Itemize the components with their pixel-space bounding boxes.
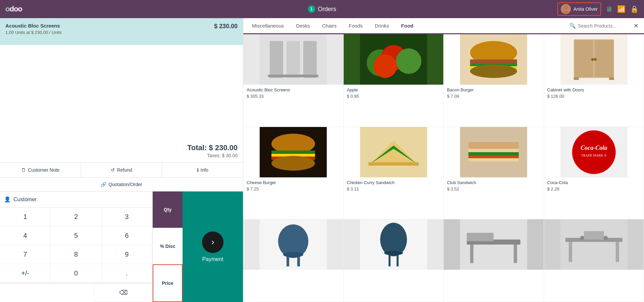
product-image (344, 219, 444, 270)
svg-rect-40 (468, 156, 519, 158)
customer-row[interactable]: 👤 Customer (0, 191, 152, 208)
num-9[interactable]: 9 (102, 245, 152, 264)
quotation-label: Quotation/Order (108, 182, 142, 187)
product-image (243, 219, 343, 270)
num-4[interactable]: 4 (0, 226, 51, 245)
num-0[interactable]: 0 (51, 264, 101, 283)
product-card[interactable]: Cheese Burger $ 7.25 (243, 127, 344, 220)
num-8[interactable]: 8 (51, 245, 101, 264)
svg-point-23 (594, 58, 596, 61)
payment-section[interactable]: › Payment (183, 191, 243, 302)
user-badge[interactable]: Anita Oliver (557, 2, 601, 16)
payment-arrow-icon: › (211, 237, 214, 247)
tab-food[interactable]: Food (395, 18, 419, 34)
svg-point-69 (603, 236, 607, 240)
search-icon: 🔍 (569, 23, 576, 29)
product-price: $ 126.00 (544, 93, 644, 102)
product-price: $ 305.33 (243, 93, 343, 102)
price-button[interactable]: Price (153, 264, 183, 302)
num-1[interactable]: 1 (0, 208, 51, 226)
note-icon: 🗒 (21, 167, 26, 173)
svg-rect-42 (468, 142, 519, 149)
svg-text:Coca-Cola: Coca-Cola (581, 144, 607, 151)
search-area: 🔍 ✕ (566, 21, 641, 31)
search-input[interactable] (578, 23, 632, 29)
product-card[interactable]: Cabinet with Doors $ 126.00 (544, 34, 644, 127)
lock-icon[interactable]: 🔒 (630, 5, 639, 13)
customer-numpad: 👤 Customer 1 2 3 4 5 6 7 8 9 +/- 0 . (0, 191, 152, 302)
product-card[interactable]: Coca-Cola TRADE MARK ® Coca-Cola $ 2.28 (544, 127, 644, 220)
monitor-icon[interactable]: 🖥 (606, 5, 612, 13)
product-name: Coca-Cola (544, 177, 644, 186)
product-card[interactable] (344, 219, 444, 302)
avatar (561, 4, 571, 14)
search-close-button[interactable]: ✕ (634, 22, 639, 30)
tab-miscellaneous[interactable]: Miscellaneous (246, 18, 290, 34)
backspace-row: ⌫ (0, 283, 152, 302)
product-image (544, 219, 644, 270)
product-price: $ 7.09 (444, 93, 544, 102)
product-price: $ 3.52 (444, 186, 544, 195)
num-2[interactable]: 2 (51, 208, 101, 226)
svg-rect-41 (468, 158, 519, 162)
num-6[interactable]: 6 (102, 226, 152, 245)
nav-center: 1 Orders (308, 5, 336, 13)
svg-rect-3 (270, 41, 283, 78)
tab-desks[interactable]: Desks (290, 18, 316, 34)
quotation-icon: 🔗 (101, 182, 106, 187)
svg-text:TRADE MARK ®: TRADE MARK ® (581, 154, 606, 157)
svg-rect-6 (268, 75, 318, 77)
num-dot[interactable]: . (102, 264, 152, 283)
product-name (444, 270, 544, 273)
svg-rect-21 (594, 40, 613, 77)
product-image (344, 127, 444, 177)
orders-label: Orders (318, 6, 336, 13)
product-card[interactable]: Bacon Burger $ 7.09 (444, 34, 544, 127)
svg-rect-24 (574, 77, 579, 80)
product-price: $ 3.11 (344, 186, 444, 195)
num-3[interactable]: 3 (102, 208, 152, 226)
order-item-units: 1.00 Units at $ 230.00 / Units (5, 30, 62, 35)
customer-note-button[interactable]: 🗒 Customer Note (0, 163, 81, 177)
tab-chairs[interactable]: Chairs (316, 18, 343, 34)
num-grid: 1 2 3 4 5 6 7 8 9 +/- 0 . (0, 208, 152, 283)
svg-point-0 (563, 5, 568, 10)
payment-circle: › (202, 231, 224, 253)
wifi-icon[interactable]: 📶 (617, 5, 626, 13)
svg-rect-61 (514, 245, 517, 263)
product-card[interactable] (444, 219, 544, 302)
product-price (444, 273, 544, 277)
product-card[interactable] (544, 219, 644, 302)
order-line[interactable]: Acoustic Bloc Screens 1.00 Units at $ 23… (0, 18, 243, 45)
num-5[interactable]: 5 (51, 226, 101, 245)
svg-point-17 (470, 64, 517, 78)
payment-label: Payment (202, 256, 223, 262)
tab-drinks[interactable]: Drinks (369, 18, 395, 34)
svg-point-68 (580, 236, 584, 240)
quotation-row[interactable]: 🔗 Quotation/Order (0, 177, 243, 191)
info-icon: ℹ (197, 167, 199, 173)
product-card[interactable]: Apple $ 0.95 (344, 34, 444, 127)
orders-badge: 1 (308, 5, 315, 13)
tab-foods[interactable]: Foods (343, 18, 369, 34)
backspace-button[interactable]: ⌫ (94, 284, 152, 302)
num-plusminus[interactable]: +/- (0, 264, 51, 283)
svg-rect-36 (368, 162, 418, 166)
disc-button[interactable]: % Disc (153, 228, 183, 265)
product-name (243, 270, 343, 273)
product-card[interactable] (243, 219, 344, 302)
product-card[interactable]: Acoustic Bloc Screens $ 305.33 (243, 34, 344, 127)
product-price: $ 0.95 (344, 93, 444, 102)
num-7[interactable]: 7 (0, 245, 51, 264)
qty-button[interactable]: Qty (153, 191, 183, 228)
info-button[interactable]: ℹ Info (162, 163, 243, 177)
refund-icon: ↺ (111, 167, 115, 173)
product-card[interactable]: Chicken Curry Sandwich $ 3.11 (344, 127, 444, 220)
product-card[interactable]: Club Sandwich $ 3.52 (444, 127, 544, 220)
side-buttons: Qty % Disc Price (152, 191, 183, 302)
left-panel: Acoustic Bloc Screens 1.00 Units at $ 23… (0, 18, 243, 302)
main-layout: Acoustic Bloc Screens 1.00 Units at $ 23… (0, 18, 644, 302)
customer-label: Customer (13, 197, 37, 203)
refund-button[interactable]: ↺ Refund (81, 163, 162, 177)
right-panel: Miscellaneous Desks Chairs Foods Drinks … (243, 18, 644, 302)
